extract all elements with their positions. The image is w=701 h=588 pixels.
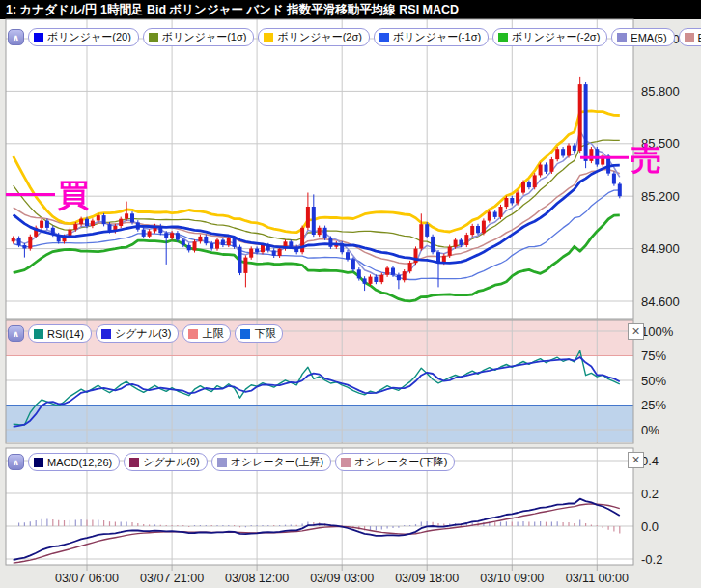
main-legend-button-0[interactable]: ボリンジャー(20) — [28, 28, 139, 46]
series-color-swatch — [341, 458, 350, 467]
time-axis-label: 03/09 18:00 — [395, 572, 459, 585]
collapse-main-panel-button[interactable]: ∧ — [8, 29, 24, 45]
series-color-swatch — [149, 33, 158, 42]
chevron-up-icon: ∧ — [13, 329, 19, 339]
macd-axis-label: 0.2 — [641, 487, 659, 501]
time-axis-labels: 03/07 06:0003/07 21:0003/08 12:0003/09 0… — [55, 572, 629, 585]
rsi-legend-button-2[interactable]: 上限 — [182, 324, 231, 343]
macd-legend-row: ∧ MACD(12,26)シグナル(9)オシレーター(上昇)オシレーター(下降) — [8, 453, 455, 471]
price-axis-label: 84.900 — [641, 241, 680, 256]
legend-label: ボリンジャー(1σ) — [162, 30, 247, 44]
main-legend-button-3[interactable]: ボリンジャー(-1σ) — [374, 28, 489, 46]
price-axis-label: 85.200 — [641, 189, 680, 204]
rsi-legend-button-0[interactable]: RSI(14) — [28, 324, 92, 343]
series-color-swatch — [240, 329, 250, 339]
macd-legend-button-3[interactable]: オシレーター(下降) — [335, 453, 455, 471]
legend-label: オシレーター(下降) — [354, 455, 447, 469]
rsi-legend-row: ∧ RSI(14)シグナル(3)上限下限 — [8, 324, 283, 343]
chart-window: 1: カナダドル/円 1時間足 Bid ボリンジャー バンド 指数平滑移動平均線… — [0, 0, 701, 588]
series-color-swatch — [217, 458, 227, 467]
main-legend-button-6[interactable]: EMA(20) — [679, 28, 701, 46]
legend-label: ボリンジャー(-1σ) — [393, 30, 481, 44]
legend-label: オシレーター(上昇) — [231, 455, 323, 469]
series-color-swatch — [685, 33, 694, 42]
price-axis-label: 85.800 — [641, 84, 680, 98]
legend-label: ボリンジャー(20) — [47, 30, 131, 44]
time-axis-label: 03/07 06:00 — [55, 572, 119, 585]
series-color-swatch — [34, 329, 43, 339]
macd-legend-button-0[interactable]: MACD(12,26) — [28, 453, 120, 471]
legend-label: 上限 — [202, 326, 223, 341]
series-color-swatch — [498, 33, 508, 42]
series-color-swatch — [379, 33, 389, 42]
time-axis-label: 03/11 00:00 — [566, 572, 629, 585]
legend-label: シグナル(3) — [115, 326, 171, 341]
legend-label: 下限 — [254, 326, 275, 341]
main-legend-button-4[interactable]: ボリンジャー(-2σ) — [492, 28, 607, 46]
legend-label: ボリンジャー(-2σ) — [512, 30, 600, 44]
macd-legend-button-1[interactable]: シグナル(9) — [124, 453, 207, 471]
time-axis-label: 03/07 21:00 — [140, 572, 204, 585]
series-color-swatch — [188, 329, 198, 339]
rsi-axis-label: 50% — [641, 374, 666, 388]
rsi-legend-button-1[interactable]: シグナル(3) — [96, 324, 179, 343]
series-color-swatch — [129, 458, 139, 467]
rsi-axis-label: 0% — [641, 423, 659, 437]
price-axis-label: 84.600 — [641, 294, 680, 309]
series-color-swatch — [264, 33, 273, 42]
rsi-axis-label: 25% — [641, 398, 666, 412]
axis-labels: 86.10085.80085.50085.20084.90084.600100%… — [641, 32, 680, 567]
main-legend-button-2[interactable]: ボリンジャー(2σ) — [258, 28, 370, 46]
rsi-legend-button-3[interactable]: 下限 — [235, 324, 283, 343]
close-icon: × — [631, 452, 639, 467]
macd-axis-label: 0.0 — [641, 519, 659, 534]
main-legend-button-1[interactable]: ボリンジャー(1σ) — [143, 28, 255, 46]
chart-canvas: 86.10085.80085.50085.20084.90084.600100%… — [0, 0, 701, 588]
chevron-up-icon: ∧ — [13, 458, 19, 467]
close-icon: × — [631, 323, 639, 339]
sell-annotation: 売 — [631, 141, 661, 176]
time-axis-label: 03/10 09:00 — [480, 572, 544, 585]
legend-label: MACD(12,26) — [47, 457, 112, 468]
series-color-swatch — [617, 33, 627, 42]
series-color-swatch — [34, 458, 43, 467]
series-color-swatch — [34, 33, 43, 42]
main-legend-row: ∧ ボリンジャー(20)ボリンジャー(1σ)ボリンジャー(2σ)ボリンジャー(-… — [8, 28, 701, 46]
rsi-axis-label: 75% — [641, 349, 666, 363]
legend-label: EMA(5) — [631, 32, 666, 43]
legend-label: シグナル(9) — [143, 455, 199, 469]
time-axis-label: 03/09 03:00 — [310, 572, 374, 585]
rsi-axis-label: 100% — [641, 324, 674, 339]
chevron-up-icon: ∧ — [13, 33, 19, 42]
plot-backgrounds — [6, 19, 633, 565]
macd-legend-button-2[interactable]: オシレーター(上昇) — [211, 453, 331, 471]
main-legend-button-5[interactable]: EMA(5) — [611, 28, 674, 46]
buy-annotation: 買 — [57, 178, 89, 212]
legend-label: RSI(14) — [47, 328, 84, 340]
collapse-rsi-panel-button[interactable]: ∧ — [8, 325, 24, 342]
macd-axis-label: -0.2 — [641, 552, 662, 567]
macd-close-button[interactable]: × — [628, 452, 644, 468]
time-axis-label: 03/08 12:00 — [225, 572, 289, 585]
legend-label: EMA(20) — [698, 32, 701, 43]
legend-label: ボリンジャー(2σ) — [277, 30, 362, 44]
rsi-close-button[interactable]: × — [628, 323, 644, 340]
collapse-macd-panel-button[interactable]: ∧ — [8, 454, 24, 470]
series-color-swatch — [101, 329, 111, 339]
